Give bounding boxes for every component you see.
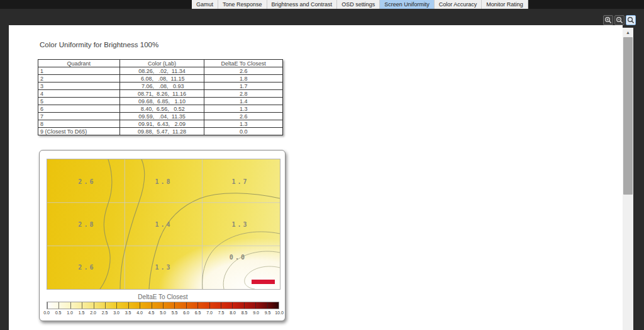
colorbar-tick-label: 2.0 [90,310,96,315]
table-row: 2 6.08, .08, 11.151.8 [38,75,283,82]
table-cell-quad: 7 [38,113,120,120]
table-row: 408.71, 8.26, 11.162.8 [38,90,283,98]
tab-tone-response[interactable]: Tone Response [218,0,267,9]
colorbar-caption: DeltaE To Closest [47,293,279,300]
table-cell-quad: 8 [38,120,120,128]
colorbar-tick-label: 0.5 [55,310,62,315]
report-page: Color Uniformity for Brightness 100% Qua… [9,25,623,330]
colorbar-tick-label: 6.0 [183,310,189,315]
table-cell-lab: 09.88, 5.47, 11.28 [119,128,204,135]
table-cell-quad: 3 [38,82,120,90]
zoom-toolbar [603,15,636,25]
table-cell-lab: 09.59, .04, 11.35 [119,113,204,120]
table-row: 509.68, 6.85, 1.101.4 [38,98,283,105]
colorbar-tick-label: 8.5 [242,310,248,315]
colorbar-tick-label: 2.5 [102,310,108,315]
colorbar-tick-label: 9.0 [253,310,259,315]
colorbar-tick-label: 9.5 [265,310,271,315]
table-header-row: Quadrant Color (Lab) DeltaE To Closest [38,60,283,67]
colorbar-tick-label: 4.5 [148,310,155,315]
table-row: 809.91, 6.43, 2.091.3 [38,120,283,128]
colorbar-tick-label: 0.0 [43,310,50,315]
page-title: Color Uniformity for Brightness 100% [40,41,158,48]
quadrant-deltae-label: 1.3 [232,221,249,228]
table-cell-lab: 7.06, .08, 0.93 [119,82,204,90]
zoom-in-icon [604,16,612,24]
table-cell-quad: 5 [38,98,120,105]
table-cell-de: 0.0 [204,128,283,135]
zoom-select-button[interactable] [626,15,636,25]
colorbar-tick-label: 10.0 [275,310,284,315]
table-cell-de: 2.6 [204,113,283,120]
report-tabs: GamutTone ResponseBrightness and Contras… [192,0,528,9]
table-cell-lab: 6.08, .08, 11.15 [119,75,204,82]
tab-monitor-rating[interactable]: Monitor Rating [482,0,528,9]
tab-screen-uniformity[interactable]: Screen Uniformity [380,0,435,9]
table-cell-de: 1.7 [204,82,283,90]
colorbar-tick-label: 7.5 [218,310,225,315]
quadrant-deltae-label: 1.7 [232,178,249,185]
contour-plot: 2.61.81.72.81.41.32.61.30.0 [47,159,280,290]
table-cell-de: 1.4 [204,98,283,105]
quadrant-deltae-label: 2.8 [78,221,95,228]
colorbar-tick-label: 6.5 [195,310,201,315]
top-tab-bar: GamutTone ResponseBrightness and Contras… [0,0,644,9]
table-cell-de: 1.3 [204,105,283,113]
table-row: 6 8.40, 6.56, 0.521.3 [38,105,283,113]
table-cell-lab: 08.26, .02, 11.34 [119,67,204,75]
table-cell-quad: 1 [38,67,120,75]
scrollbar-up-arrow-icon[interactable]: ▲ [623,28,633,37]
tab-gamut[interactable]: Gamut [192,0,218,9]
min-deltae-marker [252,280,275,284]
quadrant-deltae-label: 2.6 [78,263,95,270]
deltae-colorbar [47,302,279,309]
zoom-in-button[interactable] [603,15,613,25]
colorbar-tick-label: 5.5 [172,310,178,315]
table-cell-lab: 09.91, 6.43, 2.09 [119,120,204,128]
colorbar-tick-label: 5.0 [160,310,166,315]
table-cell-lab: 08.71, 8.26, 11.16 [119,90,204,98]
quadrant-deltae-label: 2.6 [78,178,95,185]
app-window: GamutTone ResponseBrightness and Contras… [0,0,644,330]
table-cell-quad: 4 [38,90,120,98]
tab-color-accuracy[interactable]: Color Accuracy [435,0,482,9]
uniformity-table: Quadrant Color (Lab) DeltaE To Closest 1… [38,59,283,135]
table-row: 9 (Closest To D65)09.88, 5.47, 11.280.0 [38,128,283,135]
zoom-out-button[interactable] [614,15,625,25]
table-cell-de: 1.8 [204,75,283,82]
colorbar-tick-label: 7.0 [206,310,213,315]
table-cell-de: 1.3 [204,120,283,128]
colorbar-ticks [47,302,279,309]
table-cell-quad: 9 (Closest To D65) [38,128,120,135]
colorbar-tick-label: 3.5 [125,310,131,315]
quadrant-deltae-label: 0.0 [230,253,247,260]
colorbar-tick-label: 1.0 [67,310,73,315]
column-header-deltae: DeltaE To Closest [204,60,283,67]
column-header-color-lab: Color (Lab) [119,60,204,67]
table-row: 3 7.06, .08, 0.931.7 [38,82,283,90]
colorbar-tick-label: 8.0 [230,310,236,315]
colorbar-tick-labels: 0.00.51.01.52.02.53.03.54.04.55.05.56.06… [47,310,279,316]
scrollbar-thumb[interactable] [623,37,633,195]
table-cell-de: 2.8 [204,90,283,98]
table-cell-de: 2.6 [204,67,283,75]
colorbar-tick-label: 1.5 [79,310,85,315]
table-cell-lab: 8.40, 6.56, 0.52 [119,105,204,113]
quadrant-deltae-label: 1.8 [155,178,172,185]
colorbar-tick-label: 4.0 [136,310,143,315]
table-cell-quad: 6 [38,105,120,113]
column-header-quadrant: Quadrant [38,60,120,67]
colorbar-tick-label: 3.0 [113,310,119,315]
quadrant-deltae-label: 1.3 [155,263,172,270]
table-row: 709.59, .04, 11.352.6 [38,113,283,120]
zoom-out-icon [616,16,623,24]
tab-osd-settings[interactable]: OSD settings [337,0,380,9]
vertical-scrollbar[interactable]: ▲ [623,28,633,330]
table-row: 108.26, .02, 11.342.6 [38,67,283,75]
tab-brightness-and-contrast[interactable]: Brightness and Contrast [267,0,338,9]
table-cell-quad: 2 [38,75,120,82]
quadrant-deltae-label: 1.4 [155,221,172,228]
zoom-select-icon [627,16,635,24]
uniformity-contour-panel: 2.61.81.72.81.41.32.61.30.0 DeltaE To Cl… [39,150,286,321]
table-cell-lab: 09.68, 6.85, 1.10 [119,98,204,105]
